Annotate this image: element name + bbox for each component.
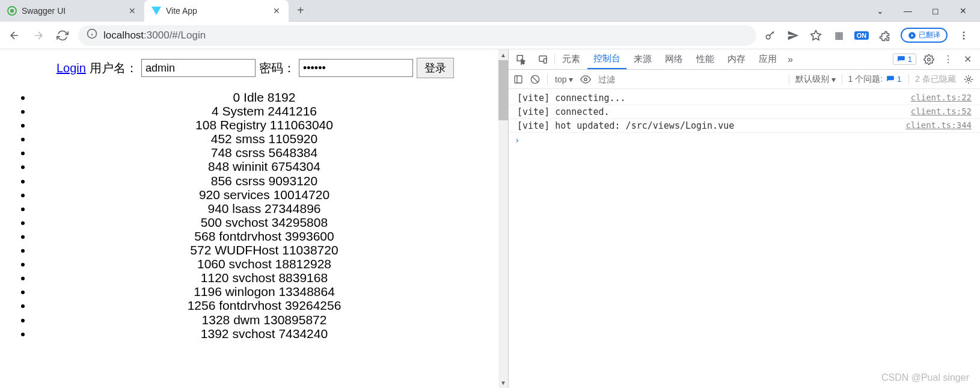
page-content-pane: Login 用户名： 密码： 登录 0 Idle 81924 System 24…	[0, 49, 508, 388]
swagger-favicon	[7, 6, 17, 16]
tab-network[interactable]: 网络	[659, 49, 689, 69]
gear-icon[interactable]	[962, 73, 975, 86]
send-icon[interactable]	[786, 29, 800, 42]
list-item: 748 csrss 5648384	[32, 146, 496, 159]
tab-elements[interactable]: 元素	[556, 49, 586, 69]
context-selector[interactable]: top ▾	[555, 75, 573, 84]
eye-icon[interactable]	[580, 74, 591, 85]
devtools-panel: 元素 控制台 来源 网络 性能 内存 应用 » 1 ⋮ ✕	[508, 49, 980, 388]
vite-favicon	[152, 6, 161, 16]
console-message: [vite] connecting...	[517, 93, 911, 103]
close-window-button[interactable]: ✕	[955, 2, 972, 19]
console-row: [vite] hot updated: /src/views/Login.vue…	[509, 119, 980, 133]
tab-sources[interactable]: 来源	[628, 49, 658, 69]
minimize-button[interactable]: —	[899, 2, 916, 19]
scroll-up-icon[interactable]: ▲	[498, 49, 508, 60]
chevron-down-icon[interactable]: ⌄	[872, 2, 889, 19]
tab-title: Vite App	[166, 6, 267, 16]
close-icon[interactable]: ✕	[127, 5, 137, 17]
key-icon[interactable]	[764, 29, 777, 42]
console-output: [vite] connecting...client.ts:22[vite] c…	[509, 89, 980, 388]
extension-icon[interactable]: ▦	[832, 29, 845, 42]
list-item: 848 wininit 6754304	[32, 159, 496, 173]
list-item: 1120 svchost 8839168	[32, 271, 496, 285]
issues-indicator[interactable]: 1 个问题: 1	[848, 74, 903, 85]
tab-swagger[interactable]: Swagger UI ✕	[0, 0, 144, 22]
scroll-down-icon[interactable]: ▼	[498, 377, 508, 388]
svg-point-18	[967, 78, 970, 81]
svg-point-17	[584, 78, 587, 81]
window-controls: ⌄ — ◻ ✕	[872, 2, 980, 19]
list-item: 1392 svchost 7434240	[32, 327, 496, 340]
console-row: [vite] connected.client.ts:52	[509, 105, 980, 119]
svg-line-16	[532, 76, 537, 82]
maximize-button[interactable]: ◻	[927, 2, 944, 19]
list-item: 452 smss 1105920	[32, 132, 496, 146]
address-bar: localhost:3000/#/Login ▦ ON 已翻译	[0, 22, 980, 49]
site-info-icon[interactable]	[87, 28, 97, 42]
login-button[interactable]: 登录	[417, 58, 454, 78]
puzzle-icon[interactable]	[878, 29, 891, 42]
star-icon[interactable]	[809, 29, 822, 42]
new-tab-button[interactable]: +	[289, 4, 313, 17]
menu-icon[interactable]: ⋮	[942, 53, 955, 66]
filter-input[interactable]	[598, 75, 664, 84]
clear-console-icon[interactable]	[530, 75, 540, 84]
svg-rect-13	[515, 76, 522, 83]
login-link[interactable]: Login	[57, 61, 86, 75]
extension-icon[interactable]: ON	[855, 29, 868, 42]
overflow-icon[interactable]: »	[784, 54, 797, 65]
device-toggle-icon[interactable]	[533, 49, 553, 69]
list-item: 1256 fontdrvhost 39264256	[32, 298, 496, 312]
tab-application[interactable]: 应用	[753, 49, 783, 69]
devtools-issues-badge[interactable]: 1	[893, 54, 916, 65]
tab-performance[interactable]: 性能	[690, 49, 720, 69]
list-item: 0 Idle 8192	[32, 90, 496, 104]
sidebar-toggle-icon[interactable]	[513, 75, 523, 84]
close-icon[interactable]: ✕	[272, 5, 281, 17]
level-selector[interactable]: 默认级别 ▾	[795, 74, 836, 85]
list-item: 1328 dwm 130895872	[32, 313, 496, 327]
hidden-count[interactable]: 2 条已隐藏	[915, 74, 956, 85]
scrollbar[interactable]: ▲ ▼	[498, 49, 508, 388]
reload-button[interactable]	[54, 27, 71, 44]
close-devtools-icon[interactable]: ✕	[961, 53, 974, 66]
console-message: [vite] hot updated: /src/views/Login.vue	[517, 120, 905, 131]
console-source-link[interactable]: client.ts:344	[905, 120, 972, 131]
list-item: 940 lsass 27344896	[32, 202, 496, 215]
console-prompt[interactable]: ›	[509, 133, 980, 147]
tab-console[interactable]: 控制台	[587, 49, 626, 69]
password-input[interactable]	[299, 59, 413, 77]
translate-badge[interactable]: 已翻译	[901, 28, 948, 43]
list-item: 568 fontdrvhost 3993600	[32, 229, 496, 243]
svg-rect-11	[544, 58, 547, 63]
url-input[interactable]: localhost:3000/#/Login	[78, 25, 756, 46]
list-item: 4 System 2441216	[32, 104, 496, 118]
devtools-tabs: 元素 控制台 来源 网络 性能 内存 应用 » 1 ⋮ ✕	[509, 49, 980, 70]
console-source-link[interactable]: client.ts:52	[911, 106, 972, 117]
svg-point-7	[963, 34, 965, 36]
browser-chrome: Swagger UI ✕ Vite App ✕ + ⌄ — ◻ ✕	[0, 0, 980, 49]
scroll-thumb[interactable]	[498, 60, 508, 120]
list-item: 572 WUDFHost 11038720	[32, 243, 496, 257]
process-list: 0 Idle 81924 System 2441216108 Registry …	[18, 90, 496, 340]
list-item: 1196 winlogon 13348864	[32, 285, 496, 298]
console-toolbar: top ▾ 默认级别 ▾ 1 个问题: 1 2 条已隐藏	[509, 70, 980, 89]
console-source-link[interactable]: client.ts:22	[911, 93, 972, 103]
menu-icon[interactable]	[957, 29, 970, 42]
console-row: [vite] connecting...client.ts:22	[509, 91, 980, 105]
inspect-icon[interactable]	[511, 49, 531, 69]
gear-icon[interactable]	[922, 53, 936, 66]
svg-marker-4	[811, 30, 821, 40]
watermark: CSDN @Pual singer	[881, 372, 969, 383]
forward-button[interactable]	[30, 27, 47, 44]
back-button[interactable]	[6, 27, 23, 44]
url-host: localhost:3000/#/Login	[103, 29, 206, 42]
username-label: 用户名：	[90, 60, 138, 76]
console-message: [vite] connected.	[517, 106, 911, 117]
username-input[interactable]	[141, 59, 256, 77]
password-label: 密码：	[259, 60, 295, 76]
list-item: 500 svchost 34295808	[32, 215, 496, 229]
tab-memory[interactable]: 内存	[721, 49, 752, 69]
tab-vite[interactable]: Vite App ✕	[144, 0, 289, 22]
